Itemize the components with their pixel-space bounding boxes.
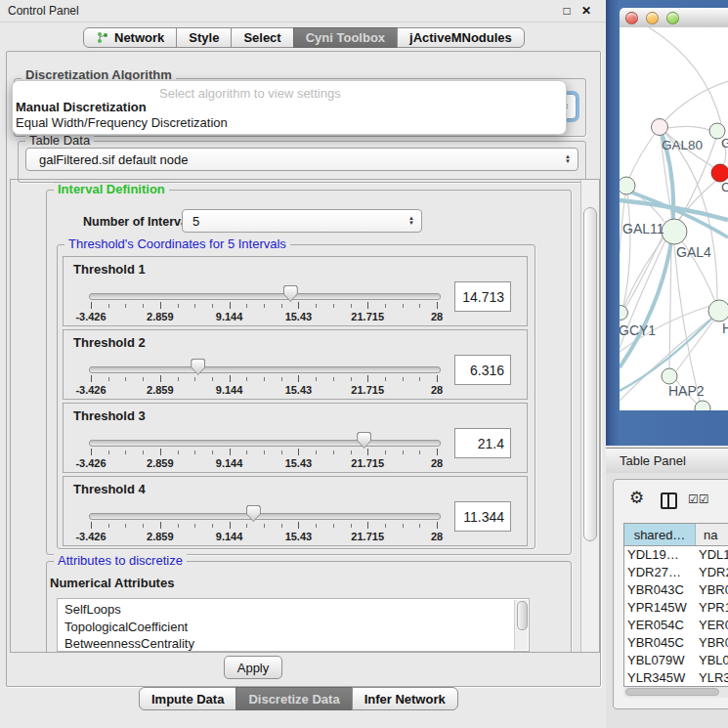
tab-style[interactable]: Style: [176, 27, 232, 48]
threshold-4-value-field[interactable]: 11.344: [454, 501, 511, 532]
close-window-icon[interactable]: ✕: [578, 3, 594, 19]
column-header-shared-name[interactable]: shared…: [624, 524, 696, 545]
close-traffic-light-icon[interactable]: [625, 12, 638, 24]
cell-name[interactable]: YBL0: [695, 652, 728, 669]
threshold-1-slider-thumb[interactable]: [283, 285, 298, 302]
threshold-2-slider-track[interactable]: [89, 366, 441, 373]
table-data-combobox[interactable]: galFiltered.sif default node ▲▼: [25, 148, 578, 171]
slider-tick-label: 9.144: [216, 311, 243, 322]
slider-tick-label: 21.715: [351, 457, 384, 469]
table-row[interactable]: YDL19… YDL1: [624, 546, 728, 564]
slider-tick: [230, 375, 231, 382]
float-window-icon[interactable]: □: [559, 3, 575, 19]
threshold-2-slider-thumb[interactable]: [191, 359, 205, 375]
cell-name[interactable]: YBR0: [695, 634, 728, 652]
tab-select[interactable]: Select: [231, 27, 293, 48]
threshold-4-slider-thumb[interactable]: [246, 505, 261, 522]
threshold-3-tick-scale: -3.4262.8599.14415.4321.71528: [89, 449, 439, 470]
threshold-1-slider-track[interactable]: [89, 293, 441, 300]
algorithm-prompt-item[interactable]: Select algorithm to view settings: [159, 86, 341, 101]
table-row[interactable]: YER054C YER0: [624, 617, 728, 634]
node-bottom[interactable]: [695, 401, 710, 410]
threshold-3-slider-thumb[interactable]: [357, 432, 371, 449]
checkbox-filter-icon[interactable]: ☑☑: [688, 492, 709, 506]
cell-shared-name[interactable]: YER054C: [624, 617, 695, 634]
cell-shared-name[interactable]: YBR045C: [624, 634, 695, 652]
cell-shared-name[interactable]: YPR145W: [624, 599, 695, 617]
table-panel-container: ⚙ ☑☑ shared… na YDL19… YDL1 YDR27… YDR2 …: [613, 479, 728, 709]
cell-name[interactable]: YPR1: [695, 599, 728, 617]
slider-tick: [367, 375, 368, 382]
threshold-3-slider-track[interactable]: [89, 440, 441, 447]
table-row[interactable]: YDR27… YDR2: [624, 564, 728, 581]
cell-name[interactable]: YLR3: [695, 669, 728, 687]
node-attribute-table: shared… na YDL19… YDL1 YDR27… YDR2 YBR04…: [623, 523, 728, 687]
tab-impute-data[interactable]: Impute Data: [139, 687, 236, 710]
tab-cyni-toolbox[interactable]: Cyni Toolbox: [293, 27, 398, 48]
threshold-2-value-field[interactable]: 6.316: [454, 355, 511, 385]
number-of-intervals-combobox[interactable]: 5 ▲▼: [182, 209, 422, 233]
cell-shared-name[interactable]: YDL19…: [624, 546, 695, 564]
cell-shared-name[interactable]: YLR345W: [624, 669, 695, 687]
zoom-traffic-light-icon[interactable]: [666, 12, 679, 24]
table-row[interactable]: YBR043C YBR0: [624, 581, 728, 599]
node-gcy1[interactable]: [620, 306, 628, 321]
node-h[interactable]: [708, 300, 728, 321]
node-gal80[interactable]: [652, 119, 668, 136]
table-row[interactable]: YBL079W YBL0: [624, 652, 728, 669]
slider-tick: [246, 524, 247, 528]
table-row[interactable]: YPR145W YPR1: [624, 599, 728, 617]
threshold-1-value-field[interactable]: 14.713: [454, 281, 511, 312]
algorithm-item-equal-width[interactable]: Equal Width/Frequency Discretization: [16, 115, 228, 130]
network-window-titlebar[interactable]: [620, 8, 728, 28]
slider-tick: [91, 449, 92, 455]
list-item-betweennesscentrality[interactable]: BetweennessCentrality: [58, 635, 529, 652]
node-gal4[interactable]: [662, 219, 687, 244]
threshold-3-value-field[interactable]: 21.4: [454, 428, 511, 458]
cell-shared-name[interactable]: YBL079W: [624, 652, 695, 669]
list-item-selfloops[interactable]: SelfLoops: [58, 599, 529, 619]
attributes-list-scrollbar[interactable]: [514, 600, 528, 650]
tab-network[interactable]: Network: [83, 27, 177, 48]
minimize-traffic-light-icon[interactable]: [646, 12, 659, 24]
threshold-4-tick-scale: -3.4262.8599.14415.4321.71528: [89, 522, 439, 543]
table-horizontal-scrollbar-thumb[interactable]: [625, 688, 719, 696]
tab-discretize-data[interactable]: Discretize Data: [236, 687, 352, 710]
column-header-name[interactable]: na: [696, 524, 728, 545]
tab-jactivemnodules[interactable]: jActiveMNodules: [397, 27, 525, 48]
cell-shared-name[interactable]: YDR27…: [624, 564, 695, 581]
attributes-list-scrollbar-thumb[interactable]: [517, 601, 528, 630]
settings-vertical-scrollbar[interactable]: [580, 180, 599, 652]
table-horizontal-scrollbar[interactable]: [623, 687, 728, 698]
number-of-intervals-label: Number of Intervals: [83, 215, 197, 229]
cell-shared-name[interactable]: YBR043C: [624, 581, 695, 599]
settings-scrollbar-thumb[interactable]: [583, 207, 597, 541]
cell-name[interactable]: YER0: [695, 617, 728, 634]
tab-style-label: Style: [189, 30, 219, 45]
threshold-2-label: Threshold 2: [73, 335, 146, 350]
threshold-4-slider-track[interactable]: [89, 513, 441, 520]
column-layout-icon[interactable]: [661, 492, 677, 509]
cell-name[interactable]: YDL1: [695, 546, 728, 564]
attributes-group-title: Attributes to discretize: [54, 554, 187, 568]
apply-button[interactable]: Apply: [224, 656, 282, 679]
slider-tick: [419, 304, 420, 308]
network-canvas[interactable]: GAL80 G C GAL11 GAL4 GCY1 H HAP2: [620, 27, 728, 410]
gear-icon[interactable]: ⚙: [629, 490, 644, 506]
cell-name[interactable]: YDR2: [695, 564, 728, 581]
node-gal11[interactable]: [620, 177, 635, 194]
slider-tick: [419, 377, 420, 381]
table-row[interactable]: YLR345W YLR3: [624, 669, 728, 687]
slider-tick-label: -3.426: [75, 384, 106, 396]
list-item-topologicalcoefficient[interactable]: TopologicalCoefficient: [58, 619, 529, 636]
slider-tick: [281, 450, 282, 454]
algorithm-item-manual[interactable]: Manual Discretization: [16, 100, 147, 114]
cell-name[interactable]: YBR0: [695, 581, 728, 599]
slider-tick: [419, 524, 420, 528]
node-hap2[interactable]: [662, 368, 677, 384]
slider-tick: [178, 377, 179, 381]
threshold-2-panel: Threshold 2 -3.4262.8599.14415.4321.7152…: [63, 329, 528, 400]
table-row[interactable]: YBR045C YBR0: [624, 634, 728, 652]
tab-infer-network[interactable]: Infer Network: [352, 687, 458, 710]
control-panel-titlebar: Control Panel □ ✕: [0, 0, 606, 22]
